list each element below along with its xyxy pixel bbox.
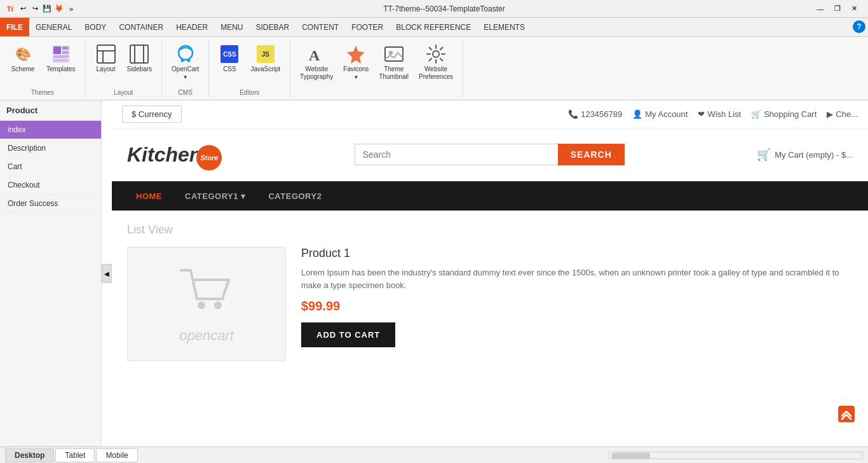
templates-button[interactable]: Templates: [42, 41, 80, 76]
scheme-button[interactable]: 🎨 Scheme: [5, 41, 41, 76]
shopping-cart-item[interactable]: 🛒 Shopping Cart: [751, 109, 817, 119]
collapse-sidebar-button[interactable]: ◀: [102, 264, 112, 283]
opencart-button[interactable]: OpenCart▼: [167, 41, 203, 84]
tab-mobile[interactable]: Mobile: [96, 448, 137, 462]
undo-icon[interactable]: ↩: [18, 4, 28, 14]
save-icon[interactable]: 💾: [42, 4, 52, 14]
svg-text:A: A: [309, 47, 320, 64]
opencart-watermark: opencart: [175, 328, 238, 344]
website-typography-button[interactable]: A WebsiteTypography: [295, 41, 337, 84]
refresh-icon[interactable]: 🦊: [54, 4, 64, 14]
css-button[interactable]: CSS CSS: [214, 41, 245, 76]
svg-marker-16: [347, 46, 365, 64]
layout-group-label: Layout: [114, 88, 133, 96]
menu-bar: FILE GENERAL BODY CONTAINER HEADER MENU …: [0, 18, 868, 37]
svg-point-19: [433, 51, 439, 57]
menu-file[interactable]: FILE: [0, 18, 29, 36]
app-title: TT-7theme--50034-TemplateToaster: [383, 4, 505, 13]
search-button[interactable]: SEARCH: [558, 144, 625, 165]
add-to-cart-button[interactable]: ADD TO CART: [301, 322, 395, 347]
thumbnail-label: ThemeThumbnail: [379, 66, 409, 81]
svg-rect-4: [53, 55, 69, 58]
menu-general[interactable]: GENERAL: [29, 18, 78, 36]
menu-header[interactable]: HEADER: [170, 18, 214, 36]
sidebar-item-cart[interactable]: Cart: [0, 158, 101, 176]
website-preferences-button[interactable]: WebsitePreferences: [414, 41, 458, 84]
nav-category2[interactable]: CATEGORY2: [259, 184, 330, 209]
sidebars-label: Sidebars: [127, 66, 152, 73]
css-icon: CSS: [219, 44, 240, 64]
ribbon-items-layout: Layout Sidebars: [91, 41, 156, 88]
product-price: $99.99: [301, 299, 853, 314]
svg-rect-2: [62, 46, 69, 50]
logo-main-text: Kitchen: [127, 143, 201, 167]
header-right: 📞 123456789 👤 My Account ❤ Wish List 🛒 S…: [568, 109, 858, 119]
layout-button[interactable]: Layout: [91, 41, 121, 76]
redo-icon[interactable]: ↪: [30, 4, 40, 14]
preview-area: ◀ $ Currency 📞 123456789 👤 My Account ❤: [102, 100, 868, 446]
close-button[interactable]: ✕: [846, 3, 863, 15]
svg-rect-5: [53, 59, 69, 62]
store-preview: $ Currency 📞 123456789 👤 My Account ❤ Wi…: [112, 100, 868, 446]
currency-button[interactable]: $ Currency: [122, 106, 182, 123]
svg-point-18: [389, 51, 393, 55]
scroll-to-top-button[interactable]: [837, 405, 855, 426]
phone-item[interactable]: 📞 123456789: [568, 109, 622, 119]
cart-header-icon: 🛒: [751, 109, 761, 119]
svg-rect-1: [53, 46, 61, 54]
menu-content[interactable]: CONTENT: [295, 18, 345, 36]
app-icon: Tt: [5, 4, 15, 14]
favicons-button[interactable]: Favicons▼: [339, 41, 373, 84]
typography-label: WebsiteTypography: [300, 66, 333, 81]
theme-thumbnail-button[interactable]: ThemeThumbnail: [374, 41, 413, 84]
my-account-label: My Account: [645, 109, 688, 119]
search-input[interactable]: [355, 144, 558, 165]
more-icon[interactable]: »: [66, 4, 76, 14]
sidebars-button[interactable]: Sidebars: [123, 41, 156, 76]
my-account-item[interactable]: 👤 My Account: [632, 109, 688, 119]
store-logo[interactable]: Kitchen Store: [127, 139, 222, 170]
javascript-button[interactable]: JS JavaScript: [246, 41, 285, 76]
editors-group-label: Editors: [240, 88, 259, 96]
cart-watermark-icon: [175, 264, 238, 322]
window-controls: — ❐ ✕: [812, 3, 863, 15]
scheme-label: Scheme: [11, 66, 35, 73]
nav-home[interactable]: HOME: [127, 184, 171, 209]
menu-body[interactable]: BODY: [78, 18, 112, 36]
ribbon-items-tools: A WebsiteTypography Favicons▼ ThemeThumb…: [295, 41, 458, 96]
sidebar-item-index[interactable]: index: [0, 121, 101, 139]
product-image-placeholder: opencart: [175, 264, 238, 344]
tab-tablet[interactable]: Tablet: [55, 448, 95, 462]
minimize-button[interactable]: —: [812, 3, 829, 15]
menu-sidebar[interactable]: SIDEBAR: [250, 18, 296, 36]
nav-category1[interactable]: CATEGORY1 ▾: [176, 184, 254, 209]
sidebar-item-checkout[interactable]: Checkout: [0, 176, 101, 195]
checkout-item[interactable]: ▶ Che...: [827, 109, 858, 119]
tab-desktop[interactable]: Desktop: [5, 448, 54, 462]
product-info: Product 1 Lorem Ipsum has been the indus…: [301, 247, 853, 347]
menu-menu[interactable]: MENU: [214, 18, 249, 36]
help-button[interactable]: ?: [853, 20, 865, 33]
sidebar-item-order-success[interactable]: Order Success: [0, 195, 101, 213]
cart-icon: 🛒: [757, 148, 771, 162]
bottom-bar: Desktop Tablet Mobile: [0, 446, 868, 463]
favicons-label: Favicons▼: [343, 66, 369, 81]
javascript-icon: JS: [255, 44, 276, 64]
restore-button[interactable]: ❐: [829, 3, 846, 15]
menu-footer[interactable]: FOOTER: [345, 18, 390, 36]
scrollbar-horizontal[interactable]: [609, 452, 863, 459]
checkout-icon: ▶: [827, 109, 833, 119]
wish-list-item[interactable]: ❤ Wish List: [698, 109, 741, 119]
menu-block-reference[interactable]: BLOCK REFERENCE: [390, 18, 477, 36]
css-label: CSS: [223, 66, 236, 73]
sidebar: Product index Description Cart Checkout …: [0, 100, 102, 446]
ribbon-items-themes: 🎨 Scheme Templates: [5, 41, 80, 88]
cart-area[interactable]: 🛒 My Cart (empty) - $...: [757, 148, 853, 162]
sidebar-item-description[interactable]: Description: [0, 139, 101, 158]
svg-rect-17: [385, 47, 403, 61]
menu-container[interactable]: CONTAINER: [112, 18, 170, 36]
menu-elements[interactable]: ELEMENTS: [477, 18, 531, 36]
title-bar-icons: ↩ ↪ 💾 🦊 »: [18, 4, 76, 14]
product-image: opencart: [127, 247, 286, 361]
ribbon-items-editors: CSS CSS JS JavaScript: [214, 41, 285, 88]
